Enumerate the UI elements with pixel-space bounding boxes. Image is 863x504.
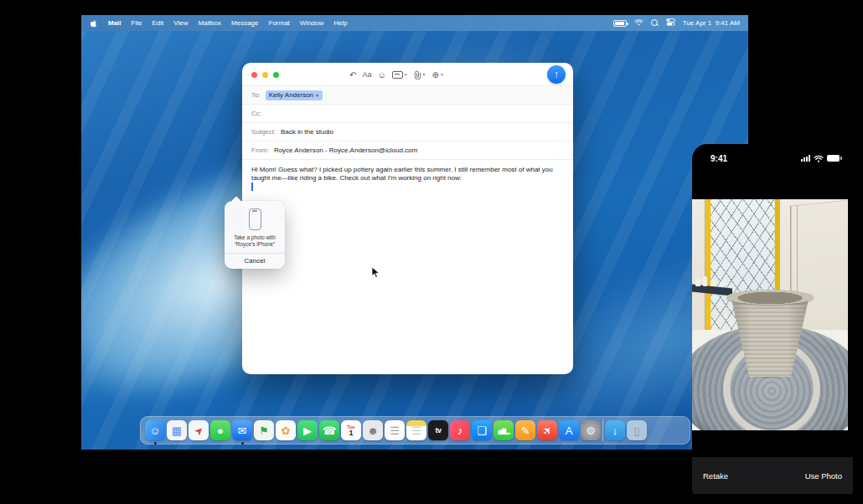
app-store-dock-icon[interactable]: A (559, 420, 579, 440)
menu-bar: MailFileEditViewMailboxMessageFormatWind… (81, 15, 748, 31)
mail-compose-window: ↶ Aa ☺ ▼ ▼ ⊕▼ ↑ To: Kelly Anderson ▼ (242, 63, 573, 374)
mac-desktop: MailFileEditViewMailboxMessageFormatWind… (81, 15, 748, 450)
maps-dock-icon[interactable]: ⚑ (254, 420, 274, 440)
photos-dock-icon[interactable]: ✿ (276, 420, 296, 440)
subject-label: Subject: (251, 128, 276, 136)
use-photo-button[interactable]: Use Photo (805, 471, 842, 481)
menu-item[interactable]: Mailbox (198, 19, 221, 27)
keynote-dock-icon[interactable]: ❑ (472, 420, 492, 440)
continuity-camera-popover: Take a photo with “Royce’s iPhone” Cance… (225, 201, 285, 269)
to-field[interactable]: To: Kelly Anderson ▼ (242, 86, 573, 105)
from-field[interactable]: From: Royce Anderson - Royce.Anderson@ic… (242, 141, 573, 160)
header-fields-button[interactable]: ▼ (392, 71, 408, 79)
reminders-dock-icon[interactable]: ☰ (385, 420, 405, 440)
mouse-cursor (371, 266, 380, 282)
cc-label: Cc: (251, 110, 261, 117)
control-center-icon[interactable] (666, 18, 675, 28)
menu-list: MailFileEditViewMailboxMessageFormatWind… (108, 19, 348, 27)
header-card-icon (392, 71, 403, 79)
battery-icon (827, 155, 840, 162)
format-button[interactable]: Aa (362, 70, 371, 79)
messages-dock-icon[interactable]: ● (210, 420, 230, 440)
from-label: From: (251, 147, 269, 154)
menu-item[interactable]: Edit (152, 19, 163, 27)
dock: ☺ ▦ ➤ ● ✉ ⚑ ✿ (140, 416, 690, 445)
calendar-dock-icon[interactable]: Tue 1 (341, 420, 361, 440)
phone-dock-icon[interactable]: ☎ (319, 420, 339, 440)
compose-toolbar: ↶ Aa ☺ ▼ ▼ ⊕▼ ↑ (242, 63, 573, 86)
paperclip-icon (414, 70, 421, 80)
battery-icon[interactable] (613, 20, 627, 27)
cancel-button[interactable]: Cancel (225, 254, 285, 269)
menu-item[interactable]: Format (269, 19, 290, 27)
from-value: Royce Anderson - Royce.Anderson@icloud.c… (274, 147, 417, 154)
facetime-dock-icon[interactable]: ▶ (297, 420, 318, 440)
mail-dock-icon[interactable]: ✉ (232, 420, 252, 440)
insert-photo-button[interactable]: ⊕▼ (432, 70, 444, 80)
downloads-dock-icon[interactable]: ↓ (605, 420, 625, 440)
mantel-body (692, 291, 728, 319)
menu-item[interactable]: Mail (108, 19, 121, 27)
iphone-status-bar: 9:41 (692, 151, 853, 166)
spotlight-search-icon[interactable] (651, 19, 659, 27)
cellular-signal-icon (801, 155, 810, 162)
finder-dock-icon[interactable]: ☺ (145, 420, 165, 440)
screenshot-stage: MailFileEditViewMailboxMessageFormatWind… (0, 0, 863, 504)
iphone-outline-icon (249, 208, 261, 230)
tv-dock-icon[interactable]: tv (428, 420, 448, 440)
contacts-dock-icon[interactable]: ☻ (363, 420, 383, 440)
iphone-clock: 9:41 (711, 154, 727, 163)
retake-button[interactable]: Retake (703, 471, 728, 481)
notes-dock-icon[interactable]: ☰ (406, 420, 426, 440)
emoji-button[interactable]: ☺ (377, 70, 385, 80)
apple-menu-icon[interactable] (90, 18, 98, 28)
wifi-icon[interactable] (634, 18, 643, 28)
menu-item[interactable]: Window (300, 19, 323, 27)
small-pot (711, 280, 716, 286)
menu-bar-date[interactable]: Tue Apr 1 9:41 AM (683, 19, 740, 27)
menu-item[interactable]: Help (333, 19, 347, 27)
pages-dock-icon[interactable]: ✎ (515, 420, 535, 440)
attachment-button[interactable]: ▼ (414, 70, 426, 80)
cc-field[interactable]: Cc: (242, 105, 573, 123)
menu-item[interactable]: File (132, 19, 142, 27)
trash-dock-icon[interactable]: ▯ (627, 420, 647, 440)
numbers-dock-icon[interactable]: ▅▇▂ (494, 420, 514, 440)
clay-vessel-rim (726, 290, 814, 305)
text-cursor (251, 183, 253, 191)
subject-field[interactable]: Subject: Back in the studio (242, 123, 573, 141)
menu-item[interactable]: View (173, 19, 188, 27)
system-settings-dock-icon[interactable]: ⚙ (581, 420, 601, 440)
music-dock-icon[interactable]: ♪ (450, 420, 470, 440)
subject-value: Back in the studio (281, 128, 333, 136)
close-window-button[interactable] (251, 72, 257, 78)
iphone-camera-overlay: 9:41 (692, 144, 853, 501)
dock-separator-dock-icon[interactable] (602, 419, 603, 441)
camera-viewfinder-photo (692, 199, 848, 430)
small-pot (703, 276, 707, 286)
undo-button[interactable]: ↶ (349, 70, 356, 80)
launchpad-dock-icon[interactable]: ▦ (167, 420, 187, 440)
rocket-dock-icon[interactable]: ✈ (537, 420, 557, 440)
send-button[interactable]: ↑ (547, 65, 566, 84)
small-pot (695, 279, 700, 286)
camera-action-bar: Retake Use Photo (692, 457, 853, 494)
wifi-icon (814, 151, 824, 166)
recipient-token[interactable]: Kelly Anderson ▼ (266, 90, 323, 100)
zoom-window-button[interactable] (273, 72, 279, 78)
small-pot (720, 281, 725, 286)
safari-dock-icon[interactable]: ➤ (189, 420, 209, 440)
to-label: To: (251, 91, 261, 99)
minimize-window-button[interactable] (262, 72, 268, 78)
token-chevron-icon: ▼ (315, 93, 319, 98)
menu-item[interactable]: Message (231, 19, 258, 27)
message-body[interactable]: Hi Mom! Guess what? I picked up pottery … (242, 160, 573, 188)
popover-text: Take a photo with “Royce’s iPhone” (225, 234, 285, 248)
